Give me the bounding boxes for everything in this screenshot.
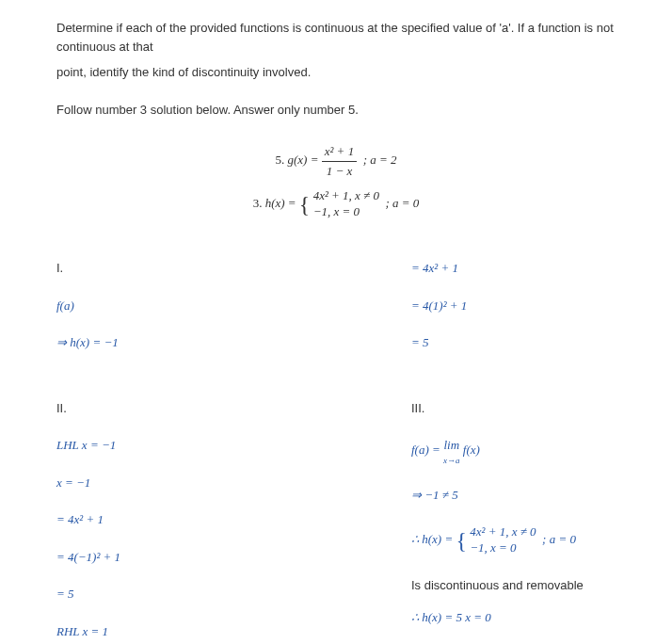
right-r5: ⇒ −1 ≠ 5 xyxy=(411,486,616,505)
solution-columns: I. f(a) ⇒ h(x) = −1 II. LHL x = −1 x = −… xyxy=(56,259,616,644)
section-2-label: II. xyxy=(56,399,261,418)
conclusion-text: Is discontinuous and removable xyxy=(411,576,616,595)
step-hx-neg1: ⇒ h(x) = −1 xyxy=(56,333,261,352)
problem-block: 5. g(x) = x² + 1 1 − x ; a = 2 3. h(x) =… xyxy=(56,142,616,221)
lhl-label: LHL x = −1 xyxy=(56,436,261,455)
left-column: I. f(a) ⇒ h(x) = −1 II. LHL x = −1 x = −… xyxy=(56,259,261,644)
right-column: = 4x² + 1 = 4(1)² + 1 = 5 III. f(a) = li… xyxy=(411,259,616,644)
right-r7: ∴ h(x) = 5 x = 0 xyxy=(411,608,616,627)
intro-text-1: Determine if each of the provided functi… xyxy=(56,19,616,56)
section-1-label: I. xyxy=(56,259,261,278)
right-r3: = 5 xyxy=(411,333,616,352)
instruction-text: Follow number 3 solution below. Answer o… xyxy=(56,101,616,120)
intro-text-2: point, identify the kind of discontinuit… xyxy=(56,63,616,82)
right-r2: = 4(1)² + 1 xyxy=(411,297,616,315)
left-s4: = 5 xyxy=(56,585,261,604)
section-3-label: III. xyxy=(411,399,616,418)
fa-label: f(a) xyxy=(56,297,261,315)
left-s1: x = −1 xyxy=(56,474,261,492)
problem-3: 3. h(x) = { 4x² + 1, x ≠ 0 −1, x = 0 ; a… xyxy=(56,187,616,221)
problem-5: 5. g(x) = x² + 1 1 − x ; a = 2 xyxy=(56,142,616,180)
left-s3: = 4(−1)² + 1 xyxy=(56,548,261,567)
rhl-label: RHL x = 1 xyxy=(56,622,261,641)
right-r4: f(a) = limx→a f(x) xyxy=(411,436,616,467)
left-s2: = 4x² + 1 xyxy=(56,510,261,529)
right-r6: ∴ h(x) = { 4x² + 1, x ≠ 0 −1, x = 0 ; a … xyxy=(411,523,616,557)
right-r1: = 4x² + 1 xyxy=(411,259,616,278)
